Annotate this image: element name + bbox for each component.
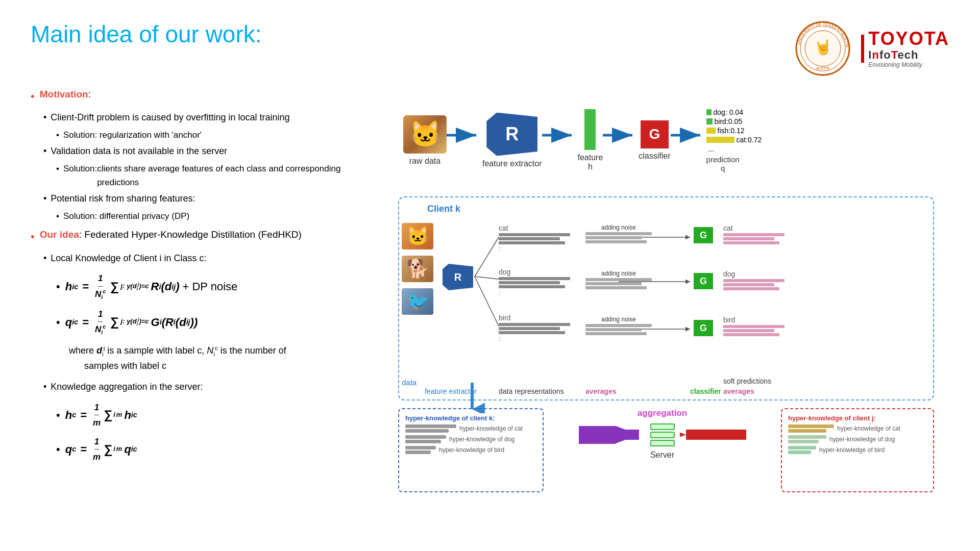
solution-anchor: Solution: regularization with 'anchor' xyxy=(56,128,378,142)
hk-j-dog-row: hyper-knowledge of dog xyxy=(788,435,927,443)
main-title: Main idea of our work: xyxy=(31,20,262,48)
classifier-label-top: classifier xyxy=(639,152,670,161)
solution-dp: Solution: differential privacy (DP) xyxy=(56,209,378,223)
hk-bird-label: hyper-knowledge of bird xyxy=(439,446,504,454)
aggregation-label: aggregation xyxy=(638,408,687,418)
bird-data-rep: bird : xyxy=(499,314,570,342)
prediction-q-label: predictionq xyxy=(706,155,740,172)
diagram-box: Client k 🐱 🐕 🐦 R data feature extractor xyxy=(398,196,934,400)
pred-bird: bird:0.05 xyxy=(715,117,742,126)
bird-g-box: G xyxy=(694,320,713,336)
formula-h: hic = 1 Nic ∑ j: y(dij)=c Ri(dij) + DP n… xyxy=(65,271,238,302)
client-k-knowledge-box: hyper-knowledge of client k: hyper-knowl… xyxy=(398,408,544,492)
averages-label-left: averages xyxy=(585,387,617,395)
data-rep-label: data representations xyxy=(499,387,564,395)
motivation-item: Motivation: xyxy=(31,87,378,105)
feature-extractor-label: feature extractor xyxy=(482,159,542,168)
sub-bullet-drift: Client-Drift problem is caused by overfi… xyxy=(43,110,378,125)
frac-qc: 1 m xyxy=(93,435,101,464)
frac-h: 1 Nic xyxy=(95,271,106,302)
dog-g-box: G xyxy=(694,273,713,289)
where-text: where dij is a sample with label c, Nic … xyxy=(69,343,378,373)
formula-qc-line: qc = 1 m ∑ i m qic xyxy=(56,435,378,464)
ut-logo: 🤘 UNIVERSITY OF TEXAS AT AUSTIN AUSTIN xyxy=(795,20,851,77)
our-idea-item: Our idea: Federated Hyper-Knowledge Dist… xyxy=(31,227,378,245)
sub-bullet-validation: Validation data is not available in the … xyxy=(43,144,378,159)
hk-cat-row: hyper-knowledge of cat xyxy=(405,424,536,433)
cat-g-box: G xyxy=(694,227,713,243)
sub-bullet-risk: Potential risk from sharing features: xyxy=(43,191,378,206)
diagram-lines xyxy=(399,197,935,402)
hk-client-k-title: hyper-knowledge of client k: xyxy=(405,414,536,422)
pred-dog: dog: 0.04 xyxy=(714,108,743,116)
server-label: Server xyxy=(650,450,674,460)
soft-pred-label: soft predictions xyxy=(723,377,771,385)
classifier-item: G classifier xyxy=(639,120,670,161)
solution-share: Solution: clients share average features… xyxy=(56,162,378,189)
svg-line-11 xyxy=(475,277,499,279)
prediction-item: dog: 0.04 bird:0.05 fish:0.12 cat:0.72 xyxy=(706,108,762,172)
hk-j-cat-label: hyper-knowledge of cat xyxy=(837,425,900,432)
dog-noise: adding noise xyxy=(585,270,652,289)
svg-text:AUSTIN: AUSTIN xyxy=(816,66,829,70)
purple-right-arrow xyxy=(579,426,645,444)
hk-dog-row: hyper-knowledge of dog xyxy=(405,435,536,443)
formula-h-line: hic = 1 Nic ∑ j: y(dij)=c Ri(dij) + DP n… xyxy=(56,271,378,302)
arrow-4 xyxy=(671,128,706,143)
raw-data-item: 🐱 raw data xyxy=(403,115,447,166)
tagline-text: Envisioning Mobility xyxy=(868,61,949,68)
averages-label-right: averages xyxy=(723,387,754,395)
aggregation-center: aggregation xyxy=(554,408,771,460)
feature-h-label: featureh xyxy=(578,153,603,171)
arrow-2 xyxy=(542,128,578,143)
aggregation-area: hyper-knowledge of client k: hyper-knowl… xyxy=(398,408,934,492)
hk-cat-label: hyper-knowledge of cat xyxy=(459,425,523,432)
toyota-text: TOYOTA xyxy=(868,29,949,49)
cat-data-rep: cat : xyxy=(499,224,570,253)
feature-h-item: featureh xyxy=(578,109,603,171)
dog-data-rep: dog : xyxy=(499,268,570,296)
hk-j-dog-label: hyper-knowledge of dog xyxy=(829,436,895,443)
bird-noise: adding noise xyxy=(585,316,652,335)
server-stacks xyxy=(650,423,675,446)
logos: 🤘 UNIVERSITY OF TEXAS AT AUSTIN AUSTIN T… xyxy=(795,20,949,77)
hk-bird-row: hyper-knowledge of bird xyxy=(405,446,536,454)
content: Motivation: Client-Drift problem is caus… xyxy=(31,87,949,551)
motivation-label: Motivation xyxy=(40,89,88,99)
raw-data-label: raw data xyxy=(409,157,440,166)
classifier-label-diagram: classifier xyxy=(690,387,721,395)
feature-bar xyxy=(584,109,596,150)
pred-cat: cat:0.72 xyxy=(737,136,762,144)
left-panel: Motivation: Client-Drift problem is caus… xyxy=(31,87,378,551)
g-box: G xyxy=(641,120,669,148)
arrow-1 xyxy=(447,128,482,143)
cat-soft-pred: cat xyxy=(723,224,785,244)
client-j-knowledge-box: hyper-knowledge of client j: hyper-knowl… xyxy=(781,408,934,492)
arrow-3 xyxy=(603,128,639,143)
cat-noise: adding noise xyxy=(585,224,652,243)
hk-j-bird-row: hyper-knowledge of bird xyxy=(788,446,927,454)
pred-fish: fish:0.12 xyxy=(718,127,745,135)
formula-q: qic = 1 Nic ∑ j: y(dij)=c Gi(Ri(dij)) xyxy=(65,307,198,337)
hk-j-bird-label: hyper-knowledge of bird xyxy=(819,446,885,454)
formula-hc-line: hc = 1 m ∑ i m hic xyxy=(56,400,378,430)
hk-dog-label: hyper-knowledge of dog xyxy=(449,436,514,443)
frac-hc: 1 m xyxy=(93,400,101,430)
svg-text:🤘: 🤘 xyxy=(814,39,832,56)
formula-qc: qc = 1 m ∑ i m qic xyxy=(65,435,137,464)
toyota-infotech-logo: TOYOTA InfoTech Envisioning Mobility xyxy=(861,29,949,68)
r-box: R xyxy=(486,113,537,156)
hk-j-cat-row: hyper-knowledge of cat xyxy=(788,424,927,433)
hk-client-j-title: hyper-knowledge of client j: xyxy=(788,414,927,422)
infotech-text: InfoTech xyxy=(868,49,949,61)
formula-hc: hc = 1 m ∑ i m hic xyxy=(65,400,137,430)
our-idea-label: Our idea xyxy=(40,229,79,240)
red-left-arrow xyxy=(680,426,746,444)
formula-h-block: hic = 1 Nic ∑ j: y(dij)=c Ri(dij) + DP n… xyxy=(56,271,378,337)
motivation-colon: : xyxy=(88,89,91,99)
dog-soft-pred: dog xyxy=(723,270,785,290)
header: Main idea of our work: 🤘 UNIVERSITY OF T… xyxy=(31,20,949,77)
knowledge-agg-item: Knowledge aggregation in the server: xyxy=(43,380,378,394)
pred-ellipsis: ... xyxy=(708,145,715,153)
local-knowledge-item: Local Knowledge of Client i in Class c: xyxy=(43,251,378,266)
